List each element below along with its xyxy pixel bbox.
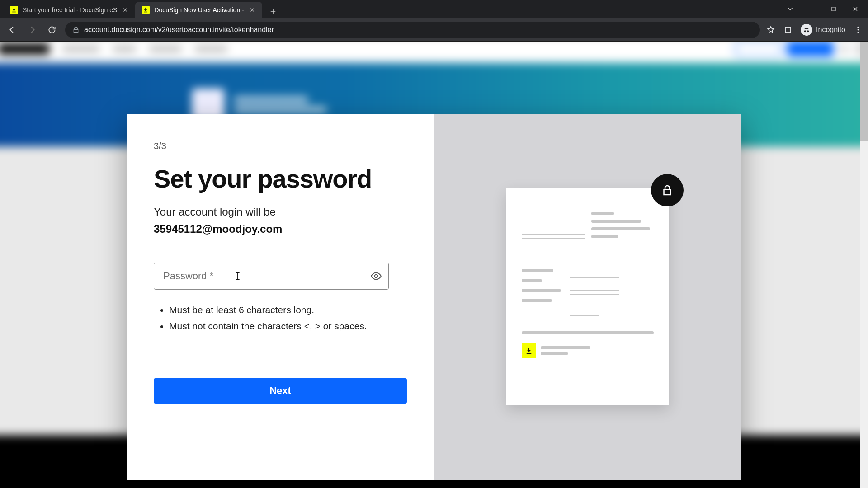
back-button[interactable] — [5, 23, 19, 37]
password-field-wrap — [154, 263, 389, 290]
address-bar[interactable]: account.docusign.com/v2/usertoaccountinv… — [65, 22, 760, 38]
svg-rect-6 — [664, 190, 671, 195]
download-icon — [522, 343, 536, 358]
incognito-icon — [801, 24, 812, 36]
svg-rect-0 — [832, 7, 835, 11]
extensions-icon[interactable] — [783, 25, 793, 34]
scrollbar-thumb[interactable] — [860, 42, 868, 141]
url-text: account.docusign.com/v2/usertoaccountinv… — [84, 26, 753, 34]
browser-toolbar: account.docusign.com/v2/usertoaccountinv… — [0, 18, 868, 42]
tab-strip: Start your free trial - DocuSign eS Docu… — [4, 0, 279, 18]
svg-rect-1 — [785, 27, 791, 33]
show-password-icon[interactable] — [370, 270, 382, 282]
tab-label: DocuSign New User Activation - — [154, 6, 244, 14]
login-email: 35945112@moodjoy.com — [154, 223, 407, 235]
password-input[interactable] — [154, 263, 389, 290]
password-rule: Must be at least 6 characters long. — [169, 303, 377, 317]
new-tab-button[interactable] — [267, 5, 279, 18]
login-desc: Your account login will be — [154, 204, 407, 220]
browser-titlebar: Start your free trial - DocuSign eS Docu… — [0, 0, 868, 18]
tab-new-user-activation[interactable]: DocuSign New User Activation - — [135, 2, 262, 18]
svg-point-4 — [858, 32, 859, 33]
tab-search-icon[interactable] — [786, 5, 795, 14]
close-window-icon[interactable] — [851, 5, 860, 14]
scrollbar-track[interactable] — [860, 42, 868, 488]
docusign-favicon-icon — [142, 6, 150, 14]
incognito-label: Incognito — [816, 26, 845, 34]
svg-point-2 — [858, 26, 859, 28]
lock-icon — [651, 174, 684, 206]
lock-icon — [72, 26, 80, 33]
close-icon[interactable] — [122, 6, 129, 14]
forward-button[interactable] — [25, 23, 39, 37]
document-illustration — [506, 188, 669, 405]
reload-button[interactable] — [45, 23, 59, 37]
svg-point-3 — [858, 29, 859, 30]
next-button[interactable]: Next — [154, 378, 407, 404]
docusign-favicon-icon — [10, 6, 18, 14]
minimize-icon[interactable] — [807, 5, 816, 14]
bookmark-icon[interactable] — [766, 25, 775, 34]
tab-label: Start your free trial - DocuSign eS — [23, 6, 117, 14]
step-indicator: 3/3 — [154, 141, 407, 151]
password-rule: Must not contain the characters <, > or … — [169, 319, 377, 333]
set-password-modal: 3/3 Set your password Your account login… — [127, 114, 741, 480]
modal-title: Set your password — [154, 164, 407, 193]
close-icon[interactable] — [249, 6, 256, 14]
window-controls — [786, 5, 864, 14]
incognito-indicator[interactable]: Incognito — [801, 24, 845, 36]
password-rules-list: Must be at least 6 characters long. Must… — [154, 303, 407, 333]
svg-point-5 — [375, 275, 378, 278]
maximize-icon[interactable] — [829, 5, 838, 14]
kebab-menu-icon[interactable] — [854, 25, 863, 34]
modal-form-panel: 3/3 Set your password Your account login… — [127, 114, 434, 480]
modal-illustration-panel — [434, 114, 741, 480]
tab-start-free-trial[interactable]: Start your free trial - DocuSign eS — [4, 2, 135, 18]
page-viewport: 3/3 Set your password Your account login… — [0, 42, 868, 488]
